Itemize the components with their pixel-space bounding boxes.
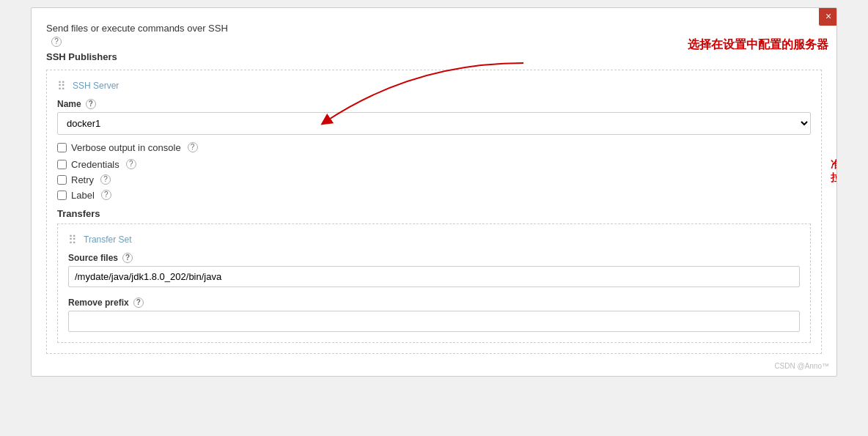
credentials-label: Credentials bbox=[71, 159, 119, 170]
label-row: Label ? bbox=[57, 190, 811, 201]
label-checkbox[interactable] bbox=[57, 191, 67, 200]
retry-label: Retry bbox=[71, 174, 94, 185]
ssh-server-dropdown[interactable]: docker1 bbox=[57, 112, 811, 135]
main-container: × Send files or execute commands over SS… bbox=[31, 7, 837, 377]
retry-row: Retry ? bbox=[57, 174, 811, 185]
retry-checkbox[interactable] bbox=[57, 175, 67, 185]
source-files-help-icon[interactable]: ? bbox=[122, 253, 133, 263]
header-help-icon[interactable]: ? bbox=[51, 37, 62, 47]
page-title: Send files or execute commands over SSH bbox=[46, 23, 228, 34]
name-field-label: Name ? bbox=[57, 99, 811, 109]
dots-icon: ⠿ bbox=[57, 79, 65, 93]
source-files-label: Source files ? bbox=[68, 253, 800, 263]
ssh-server-section: ⠿ SSH Server Name ? docker1 选择在设置中配置的服务器… bbox=[46, 70, 822, 354]
credentials-checkbox[interactable] bbox=[57, 160, 67, 169]
verbose-help-icon[interactable]: ? bbox=[188, 142, 198, 152]
annotation-transfer: 准备发送的文件,我们采用的是docker pull 命令 拉镜像,所以不牵扯该文… bbox=[831, 158, 837, 185]
close-button[interactable]: × bbox=[819, 7, 837, 26]
transfers-label: Transfers bbox=[57, 208, 811, 219]
verbose-row: Verbose output in console ? bbox=[57, 142, 811, 153]
remove-prefix-help-icon[interactable]: ? bbox=[133, 298, 144, 308]
ssh-server-section-title: ⠿ SSH Server bbox=[57, 79, 811, 93]
retry-help-icon[interactable]: ? bbox=[100, 174, 111, 185]
credentials-help-icon[interactable]: ? bbox=[126, 159, 136, 169]
remove-prefix-input[interactable] bbox=[68, 311, 800, 332]
verbose-label: Verbose output in console bbox=[71, 142, 181, 153]
verbose-checkbox[interactable] bbox=[57, 143, 67, 152]
ssh-publishers-label: SSH Publishers bbox=[46, 51, 822, 62]
watermark: CSDN @Anno™ bbox=[774, 362, 829, 370]
remove-prefix-label: Remove prefix ? bbox=[68, 298, 800, 308]
label-help-icon[interactable]: ? bbox=[101, 190, 111, 200]
name-help-icon[interactable]: ? bbox=[86, 99, 96, 109]
transfer-dots-icon: ⠿ bbox=[68, 233, 76, 247]
transfer-set-section: ⠿ Transfer Set Source files ? 准备发送的文件,我们… bbox=[57, 223, 811, 343]
label-label: Label bbox=[71, 190, 95, 201]
source-files-input[interactable] bbox=[68, 266, 800, 287]
credentials-row: Credentials ? bbox=[57, 159, 811, 170]
transfer-set-title: ⠿ Transfer Set bbox=[68, 233, 800, 247]
